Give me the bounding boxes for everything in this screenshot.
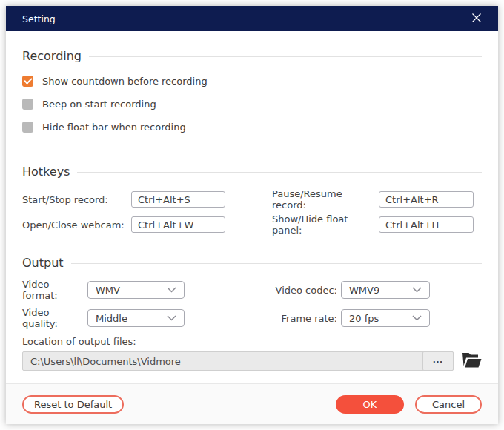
hotkey-label: Start/Stop record: xyxy=(22,194,131,205)
screen: Setting Recording Show countdown before … xyxy=(0,0,504,430)
ok-button[interactable]: OK xyxy=(336,395,404,414)
dialog-body: Recording Show countdown before recordin… xyxy=(6,49,498,371)
hotkey-input-pause-resume-record[interactable] xyxy=(379,191,474,208)
output-location-field[interactable]: C:\Users\ll\Documents\Vidmore ... xyxy=(22,351,454,371)
dropdown-label: Frame rate: xyxy=(272,313,337,324)
dropdown-value: 20 fps xyxy=(349,313,379,324)
section-divider xyxy=(77,172,482,173)
show-countdown-checkbox[interactable] xyxy=(22,76,33,87)
hotkey-label: Show/Hide float panel: xyxy=(272,214,379,236)
close-icon xyxy=(471,13,482,25)
dropdown-value: WMV9 xyxy=(349,285,379,296)
hotkey-field-start-stop: Start/Stop record: xyxy=(22,191,272,208)
dropdown-value: WMV xyxy=(96,285,120,296)
output-grid: Video format: WMV Video codec: WMV9 xyxy=(22,281,482,327)
video-format-dropdown[interactable]: WMV xyxy=(87,281,185,299)
section-output: Output Video format: WMV Video codec: xyxy=(22,256,482,371)
hotkey-field-webcam: Open/Close webcam: xyxy=(22,216,272,233)
output-field-frame-rate: Frame rate: 20 fps xyxy=(272,309,482,327)
reset-to-default-button[interactable]: Reset to Default xyxy=(22,395,124,414)
hotkeys-heading: Hotkeys xyxy=(22,165,482,179)
dropdown-value: Middle xyxy=(96,313,127,324)
section-recording: Recording Show countdown before recordin… xyxy=(22,49,482,133)
checkbox-row-beep-on-start[interactable]: Beep on start recording xyxy=(22,98,482,110)
frame-rate-dropdown[interactable]: 20 fps xyxy=(341,309,430,327)
recording-heading: Recording xyxy=(22,49,482,64)
recording-heading-label: Recording xyxy=(22,49,82,64)
checkbox-row-show-countdown[interactable]: Show countdown before recording xyxy=(22,75,482,87)
open-folder-button[interactable] xyxy=(462,351,482,371)
output-field-video-codec: Video codec: WMV9 xyxy=(272,281,482,299)
output-field-video-quality: Video quality: Middle xyxy=(22,309,272,327)
video-quality-dropdown[interactable]: Middle xyxy=(87,309,185,327)
hotkey-input-start-stop-record[interactable] xyxy=(131,191,225,208)
section-hotkeys: Hotkeys Start/Stop record: Pause/Resume … xyxy=(22,165,482,233)
hotkey-field-pause-resume: Pause/Resume record: xyxy=(272,191,482,208)
hotkey-label: Open/Close webcam: xyxy=(22,219,131,231)
hotkey-field-float-panel: Show/Hide float panel: xyxy=(272,216,482,233)
dropdown-label: Video quality: xyxy=(22,307,87,329)
output-heading-label: Output xyxy=(22,256,64,271)
output-heading: Output xyxy=(22,256,482,271)
checkbox-label: Show countdown before recording xyxy=(42,76,208,87)
hotkeys-grid: Start/Stop record: Pause/Resume record: … xyxy=(22,191,482,233)
dropdown-label: Video format: xyxy=(22,279,87,301)
location-row: C:\Users\ll\Documents\Vidmore ... xyxy=(22,351,482,371)
cancel-button[interactable]: Cancel xyxy=(415,395,482,414)
chevron-down-icon xyxy=(412,287,422,293)
checkbox-label: Hide float bar when recording xyxy=(42,122,186,133)
beep-on-start-checkbox[interactable] xyxy=(22,99,33,110)
chevron-down-icon xyxy=(167,315,176,321)
checkbox-label: Beep on start recording xyxy=(42,99,156,110)
video-codec-dropdown[interactable]: WMV9 xyxy=(341,281,430,299)
hotkeys-heading-label: Hotkeys xyxy=(22,165,70,179)
dialog-title: Setting xyxy=(22,13,56,24)
close-button[interactable] xyxy=(467,9,486,28)
section-divider xyxy=(71,263,482,264)
dialog-footer: Reset to Default OK Cancel xyxy=(6,383,498,424)
footer-actions: OK Cancel xyxy=(336,395,482,414)
checkbox-row-hide-float-bar[interactable]: Hide float bar when recording xyxy=(22,121,482,133)
dropdown-label: Video codec: xyxy=(272,285,337,296)
titlebar: Setting xyxy=(6,6,498,31)
hide-float-bar-checkbox[interactable] xyxy=(22,122,33,133)
hotkey-input-show-hide-float-panel[interactable] xyxy=(379,216,474,233)
location-label: Location of output files: xyxy=(22,336,482,347)
hotkey-input-open-close-webcam[interactable] xyxy=(131,216,225,233)
folder-icon xyxy=(462,351,482,371)
chevron-down-icon xyxy=(412,315,422,321)
hotkey-label: Pause/Resume record: xyxy=(272,188,379,211)
section-divider xyxy=(89,56,482,57)
output-location-path: C:\Users\ll\Documents\Vidmore xyxy=(23,356,422,367)
output-field-video-format: Video format: WMV xyxy=(22,281,272,299)
settings-dialog: Setting Recording Show countdown before … xyxy=(6,6,498,424)
browse-button[interactable]: ... xyxy=(422,351,454,371)
chevron-down-icon xyxy=(167,287,176,293)
